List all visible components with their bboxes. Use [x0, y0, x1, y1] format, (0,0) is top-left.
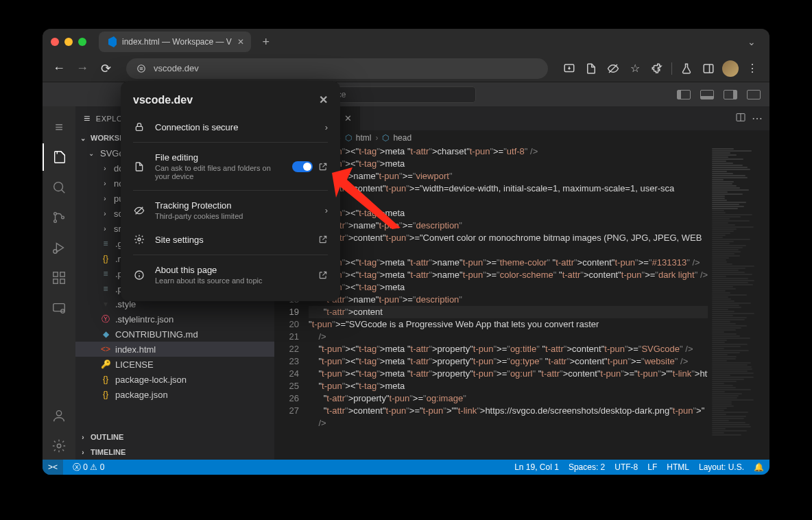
kebab-menu-icon[interactable]: ⋮	[742, 58, 763, 79]
encoding-status[interactable]: UTF-8	[614, 462, 638, 472]
gear-icon	[133, 234, 145, 245]
popover-title: vscode.dev	[133, 94, 193, 106]
eye-slash-icon	[133, 205, 145, 216]
eye-off-icon[interactable]	[603, 58, 623, 79]
breadcrumbs[interactable]: <>index.html › ⬡html › ⬡head	[274, 130, 769, 145]
install-app-icon[interactable]	[559, 58, 580, 79]
svg-point-26	[138, 238, 141, 241]
external-link-icon[interactable]	[318, 235, 328, 244]
maximize-window-button[interactable]	[78, 38, 86, 46]
source-control-icon[interactable]	[43, 204, 75, 231]
remote-icon[interactable]	[43, 294, 75, 322]
tab-title: index.html — Workspace — V	[122, 37, 232, 47]
cursor-position[interactable]: Ln 19, Col 1	[514, 462, 559, 472]
more-editor-icon[interactable]: ⋯	[752, 112, 763, 125]
menu-icon[interactable]: ≡	[43, 113, 75, 141]
tree-item[interactable]: Ⓨ.stylelintrc.json	[75, 311, 274, 327]
external-link-icon[interactable]	[318, 270, 328, 280]
svg-rect-14	[53, 272, 58, 276]
editor-area: <> index.html ✕ ⋯ <>index.html › ⬡html ›…	[274, 106, 769, 460]
svg-marker-12	[56, 244, 63, 252]
extensions-icon[interactable]	[647, 58, 667, 79]
editor-tabs: <> index.html ✕ ⋯	[274, 106, 769, 130]
svg-point-21	[57, 444, 61, 448]
search-activity-icon[interactable]	[43, 174, 75, 201]
close-window-button[interactable]	[51, 38, 59, 46]
address-bar[interactable]: vscode.dev	[126, 58, 548, 79]
tree-item[interactable]: <>index.html	[75, 342, 274, 357]
close-tab-icon[interactable]: ✕	[237, 37, 244, 47]
tree-item[interactable]: ◆CONTRIBUTING.md	[75, 327, 274, 342]
site-info-icon[interactable]	[136, 63, 147, 74]
hamburger-icon[interactable]: ≡	[84, 113, 91, 125]
tab-overflow-button[interactable]: ⌄	[742, 32, 761, 51]
chevron-right-icon: ›	[325, 205, 328, 215]
explorer-icon[interactable]	[43, 143, 75, 171]
browser-toolbar: ← → ⟳ vscode.dev ☆ ⋮	[43, 55, 769, 82]
labs-icon[interactable]	[676, 58, 697, 79]
eol-status[interactable]: LF	[647, 462, 657, 472]
connection-secure-row[interactable]: Connection is secure ›	[121, 115, 340, 139]
bell-icon[interactable]: 🔔	[754, 462, 764, 472]
vscode-favicon-icon	[106, 36, 117, 47]
remote-indicator[interactable]: ><	[43, 460, 63, 475]
reload-button[interactable]: ⟳	[96, 59, 115, 78]
tree-item[interactable]: 🔑LICENSE	[75, 357, 274, 372]
layout-right-icon[interactable]	[720, 84, 741, 105]
layout-left-icon[interactable]	[673, 84, 694, 105]
minimap[interactable]	[708, 145, 769, 460]
site-info-popover: vscode.dev ✕ Connection is secure › File…	[121, 81, 340, 301]
titlebar: index.html — Workspace — V ✕ + ⌄	[43, 29, 769, 55]
svg-rect-15	[53, 279, 58, 283]
forward-button[interactable]: →	[73, 59, 92, 78]
problems-indicator[interactable]: ⓧ 0 ⚠ 0	[73, 462, 104, 473]
info-icon	[133, 270, 145, 281]
back-button[interactable]: ←	[49, 59, 69, 78]
panel-icon[interactable]	[698, 58, 719, 79]
svg-rect-17	[60, 272, 64, 276]
tree-item[interactable]: {}package-lock.json	[75, 372, 274, 387]
indent-status[interactable]: Spaces: 2	[569, 462, 605, 472]
close-editor-tab-icon[interactable]: ✕	[344, 113, 352, 123]
file-editing-toggle[interactable]	[292, 161, 313, 172]
file-editing-row[interactable]: File editingCan ask to edit files and fo…	[121, 145, 340, 187]
svg-rect-16	[60, 279, 64, 283]
layout-grid-icon[interactable]	[743, 84, 764, 105]
url-text: vscode.dev	[154, 63, 199, 73]
new-tab-button[interactable]: +	[256, 32, 276, 51]
code-content[interactable]: "t-pun"><"t-tag">meta "t-attr">charset"t…	[309, 145, 708, 460]
profile-avatar[interactable]	[720, 58, 741, 79]
svg-point-0	[138, 64, 145, 72]
settings-gear-icon[interactable]	[43, 432, 75, 460]
site-settings-row[interactable]: Site settings	[121, 227, 340, 252]
extensions-activity-icon[interactable]	[43, 264, 75, 292]
split-editor-icon[interactable]	[735, 112, 746, 125]
svg-line-8	[62, 190, 65, 193]
language-status[interactable]: HTML	[667, 462, 689, 472]
svg-point-9	[54, 213, 57, 215]
file-icon[interactable]	[581, 58, 601, 79]
debug-icon[interactable]	[43, 234, 75, 261]
layout-bottom-icon[interactable]	[697, 84, 717, 105]
browser-tab[interactable]: index.html — Workspace — V ✕	[99, 32, 251, 52]
bookmark-star-icon[interactable]: ☆	[625, 58, 645, 79]
about-page-row[interactable]: About this pageLearn about its source an…	[121, 258, 340, 292]
svg-rect-24	[136, 126, 142, 130]
layout-status[interactable]: Layout: U.S.	[699, 462, 744, 472]
outline-section[interactable]: ›OUTLINE	[75, 429, 274, 445]
svg-point-11	[62, 216, 64, 219]
activity-bar: ≡	[43, 106, 75, 460]
tree-item[interactable]: {}package.json	[75, 387, 274, 402]
svg-point-7	[54, 182, 63, 191]
file-edit-icon	[133, 161, 145, 172]
svg-point-20	[56, 411, 61, 416]
status-bar: >< ⓧ 0 ⚠ 0 Ln 19, Col 1 Spaces: 2 UTF-8 …	[43, 460, 769, 475]
tracking-protection-row[interactable]: Tracking ProtectionThird-party cookies l…	[121, 193, 340, 227]
chevron-right-icon: ›	[325, 122, 328, 132]
svg-rect-18	[53, 304, 65, 311]
minimize-window-button[interactable]	[64, 38, 73, 46]
account-icon[interactable]	[43, 402, 75, 429]
popover-close-icon[interactable]: ✕	[319, 93, 328, 106]
external-link-icon[interactable]	[318, 162, 328, 172]
timeline-section[interactable]: ›TIMELINE	[75, 445, 274, 460]
